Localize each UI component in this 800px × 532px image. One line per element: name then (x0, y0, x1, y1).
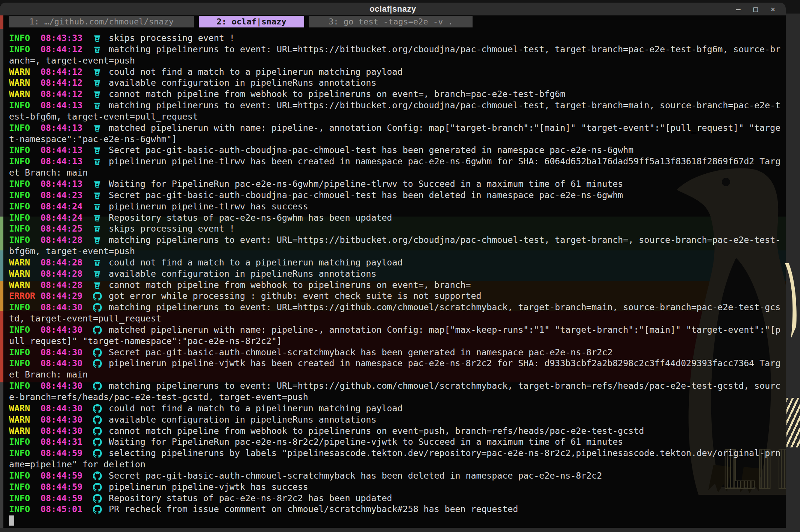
tab-3[interactable]: 3: go test -tags=e2e -v . (309, 16, 473, 27)
log-timestamp: 08:44:30 (41, 302, 93, 312)
penguin-wing-highlight (783, 263, 798, 338)
log-message: PR recheck from issue commment on chmoue… (103, 504, 518, 514)
wallpaper-stripe-green (0, 217, 3, 250)
log-line: INFO 08:44:13 Secret pac-git-basic-auth-… (9, 144, 781, 156)
log-timestamp: 08:44:59 (41, 448, 93, 458)
log-line: INFO 08:44:23 Secret pac-git-basic-auth-… (9, 189, 781, 201)
log-line: WARN 08:44:12 available configuration in… (9, 77, 781, 88)
log-line: INFO 08:44:30 matching pipelineruns to e… (9, 302, 781, 324)
log-timestamp: 08:44:30 (41, 324, 93, 335)
window-controls: – □ ✕ (736, 3, 775, 15)
log-level: WARN (9, 268, 41, 279)
log-line: INFO 08:44:12 matching pipelineruns to e… (9, 44, 781, 66)
github-icon (93, 425, 103, 437)
minimize-button[interactable]: – (736, 3, 741, 15)
log-line: WARN 08:44:12 cannot match pipeline from… (9, 88, 781, 100)
log-line: ERROR 08:44:29 got error while processin… (9, 290, 781, 302)
log-timestamp: 08:44:13 (41, 179, 93, 189)
log-message: skips processing event ! (103, 33, 235, 43)
log-line: WARN 08:44:30 cannot match pipeline from… (9, 425, 781, 437)
log-line: INFO 08:44:13 pipelinerun pipeline-tlrwv… (9, 156, 781, 178)
log-message: cannot match pipeline from webhook to pi… (103, 280, 471, 290)
log-line: WARN 08:44:28 available configuration in… (9, 268, 781, 279)
log-message: Waiting for PipelineRun pac-e2e-ns-8r2c2… (103, 437, 623, 447)
terminal-cursor (9, 515, 14, 526)
log-level: INFO (9, 123, 41, 133)
log-message: could not find a match to a pipelinerun … (103, 67, 403, 77)
github-icon (93, 302, 103, 313)
log-timestamp: 08:44:30 (41, 358, 93, 368)
tab-1[interactable]: 1: …/github.com/chmouel/snazy (9, 16, 194, 27)
window-title: oclaf|snazy (370, 4, 416, 14)
bitbucket-icon (93, 279, 103, 291)
github-icon (93, 403, 103, 414)
log-level: INFO (9, 493, 41, 503)
close-button[interactable]: ✕ (771, 3, 775, 15)
log-timestamp: 08:44:24 (41, 212, 93, 223)
terminal-viewport[interactable]: INFO 08:43:33 skips processing event !IN… (9, 32, 781, 526)
log-line: WARN 08:44:12 could not find a match to … (9, 66, 781, 77)
log-level: INFO (9, 324, 41, 335)
bitbucket-icon (93, 234, 103, 246)
log-timestamp: 08:44:12 (41, 67, 93, 77)
github-icon (93, 290, 103, 302)
log-level: INFO (9, 33, 41, 43)
log-level: INFO (9, 347, 41, 357)
log-timestamp: 08:44:28 (41, 268, 93, 279)
log-level: WARN (9, 257, 41, 267)
bitbucket-icon (93, 268, 103, 279)
log-message: pipelinerun pipeline-tlrwv has success (103, 201, 308, 211)
log-line: INFO 08:44:13 matching pipelineruns to e… (9, 100, 781, 122)
log-line: INFO 08:44:59 pipelinerun pipeline-vjwtk… (9, 481, 781, 493)
log-message: matched pipelinerun with name: pipeline-… (9, 123, 780, 144)
log-message: matching pipelineruns to event: URL=http… (9, 302, 780, 323)
log-level: INFO (9, 201, 41, 211)
log-timestamp: 08:44:30 (41, 426, 93, 436)
log-level: WARN (9, 77, 41, 88)
github-icon (93, 436, 103, 447)
github-icon (93, 493, 103, 504)
bitbucket-icon (93, 66, 103, 77)
log-message: matched pipelinerun with name: pipeline-… (9, 324, 780, 346)
log-timestamp: 08:44:30 (41, 347, 93, 357)
bitbucket-icon (93, 257, 103, 268)
titlebar[interactable]: oclaf|snazy (0, 3, 786, 15)
log-timestamp: 08:43:33 (41, 33, 93, 43)
log-timestamp: 08:44:29 (41, 291, 93, 301)
log-timestamp: 08:44:59 (41, 470, 93, 480)
log-timestamp: 08:44:59 (41, 482, 93, 492)
log-level: INFO (9, 504, 41, 514)
log-timestamp: 08:44:12 (41, 89, 93, 99)
log-line: WARN 08:44:28 could not find a match to … (9, 257, 781, 268)
log-line: WARN 08:44:30 available configuration in… (9, 414, 781, 425)
log-level: INFO (9, 235, 41, 245)
log-timestamp: 08:44:31 (41, 437, 93, 447)
tab-2[interactable]: 2: oclaf|snazy (199, 16, 304, 27)
log-line: INFO 08:44:31 Waiting for PipelineRun pa… (9, 436, 781, 447)
log-timestamp: 08:44:28 (41, 235, 93, 245)
log-timestamp: 08:44:12 (41, 44, 93, 54)
log-line: INFO 08:44:30 matched pipelinerun with n… (9, 324, 781, 347)
bitbucket-icon (93, 32, 103, 44)
github-icon (93, 447, 103, 459)
github-icon (93, 481, 103, 493)
github-icon (93, 358, 103, 369)
log-message: pipelinerun pipeline-vjwtk has success (103, 482, 308, 492)
log-timestamp: 08:44:28 (41, 257, 93, 267)
log-level: INFO (9, 358, 41, 368)
log-level: INFO (9, 470, 41, 480)
log-message: Secret pac-git-basic-auth-cboudjna-pac-c… (103, 190, 623, 200)
log-level: WARN (9, 280, 41, 290)
log-level: WARN (9, 414, 41, 424)
github-icon (93, 347, 103, 358)
log-line: INFO 08:44:59 Secret pac-git-basic-auth-… (9, 470, 781, 481)
log-level: INFO (9, 448, 41, 458)
linux-watermark-x-overhang (786, 398, 800, 447)
wallpaper-stripe-teal (0, 250, 3, 281)
bitbucket-icon (93, 100, 103, 111)
bitbucket-icon (93, 212, 103, 223)
log-level: INFO (9, 156, 41, 166)
github-icon (93, 380, 103, 391)
maximize-button[interactable]: □ (753, 3, 758, 15)
log-line: INFO 08:44:30 Secret pac-git-basic-auth-… (9, 347, 781, 358)
